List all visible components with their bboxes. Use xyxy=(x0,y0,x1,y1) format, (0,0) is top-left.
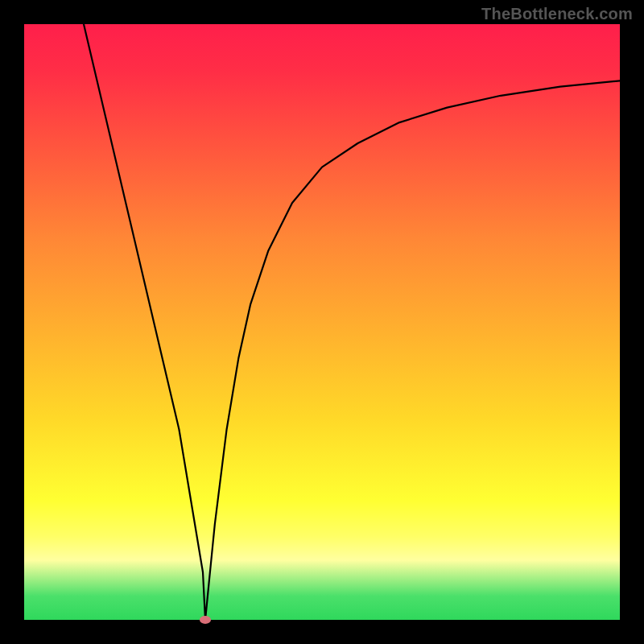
watermark-text: TheBottleneck.com xyxy=(481,5,633,23)
minimum-marker xyxy=(200,616,211,624)
chart-frame: TheBottleneck.com xyxy=(0,0,644,644)
curve-path xyxy=(84,24,620,620)
curve-svg xyxy=(24,24,620,620)
plot-area xyxy=(24,24,620,620)
